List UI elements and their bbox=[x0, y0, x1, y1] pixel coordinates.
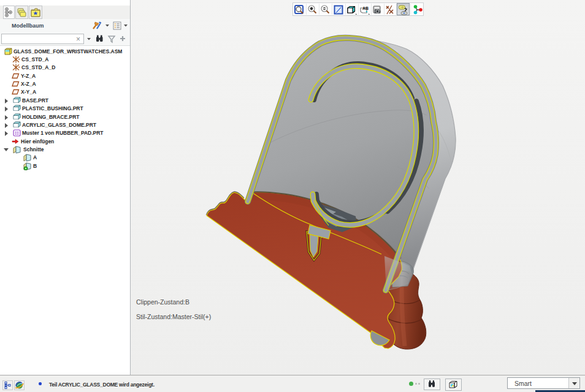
svg-text:AB: AB bbox=[362, 6, 369, 10]
